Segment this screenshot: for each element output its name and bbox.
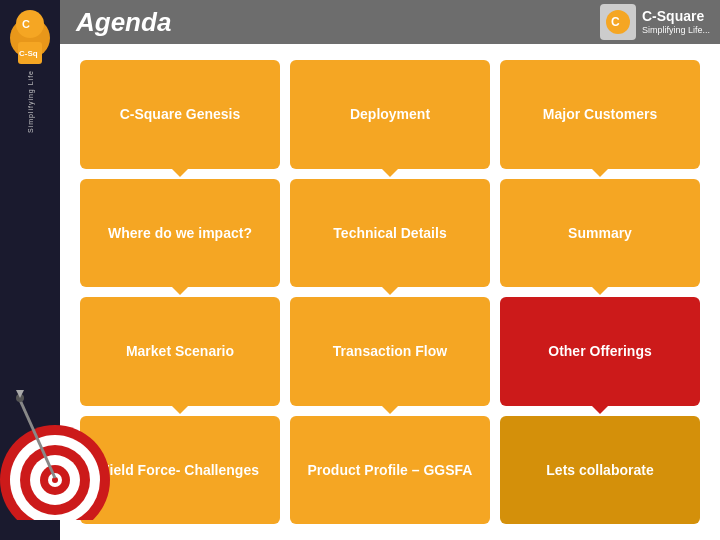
svg-text:C: C xyxy=(22,18,30,30)
card-transaction-flow[interactable]: Transaction Flow xyxy=(290,297,490,406)
card-where-do-we-impact[interactable]: Where do we impact? xyxy=(80,179,280,288)
card-product-profile-ggsfa[interactable]: Product Profile – GGSFA xyxy=(290,416,490,525)
card-major-customers[interactable]: Major Customers xyxy=(500,60,700,169)
header-logo: C C-Square Simplifying Life... xyxy=(600,4,710,40)
svg-text:C-Sq: C-Sq xyxy=(19,49,38,58)
header-bar: Agenda C C-Square Simplifying Life... xyxy=(60,0,720,44)
card-technical-details[interactable]: Technical Details xyxy=(290,179,490,288)
card-other-offerings[interactable]: Other Offerings xyxy=(500,297,700,406)
agenda-grid: C-Square Genesis Deployment Major Custom… xyxy=(60,44,720,540)
card-lets-collaborate[interactable]: Lets collaborate xyxy=(500,416,700,525)
sidebar-brand: C C-Sq Simplifying Life xyxy=(6,10,54,141)
svg-point-0 xyxy=(16,10,44,38)
svg-text:C: C xyxy=(611,15,620,29)
header-logo-text: C-Square Simplifying Life... xyxy=(642,8,710,36)
logo-icon-box: C xyxy=(600,4,636,40)
sidebar-logo-icon: C C-Sq xyxy=(10,18,50,58)
sidebar: C C-Sq Simplifying Life xyxy=(0,0,60,540)
card-deployment[interactable]: Deployment xyxy=(290,60,490,169)
page-title: Agenda xyxy=(76,7,171,38)
dartboard-svg xyxy=(0,320,120,520)
card-summary[interactable]: Summary xyxy=(500,179,700,288)
main-content: Agenda C C-Square Simplifying Life... C-… xyxy=(60,0,720,540)
dartboard-decoration xyxy=(0,320,120,540)
sidebar-tagline: Simplifying Life xyxy=(27,70,34,133)
card-c-square-genesis[interactable]: C-Square Genesis xyxy=(80,60,280,169)
